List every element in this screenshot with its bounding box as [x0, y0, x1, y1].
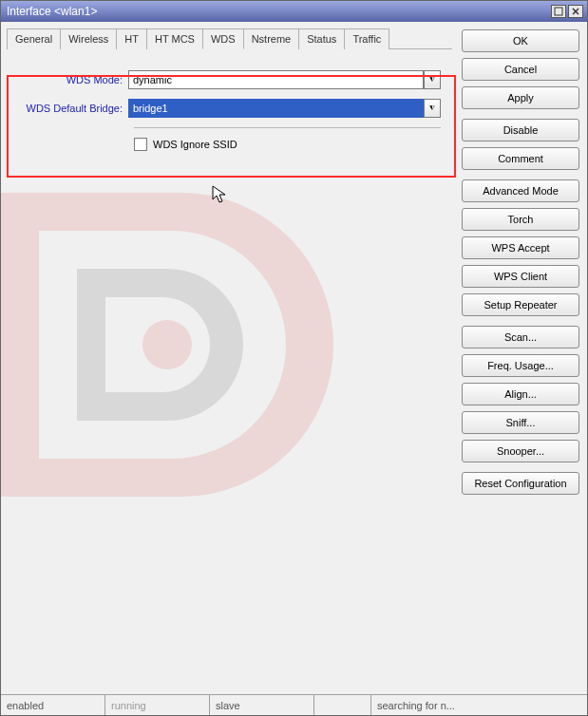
close-window-button[interactable]: [568, 5, 583, 18]
wds-bridge-combo[interactable]: ⧨: [128, 99, 441, 118]
tab-nstreme[interactable]: Nstreme: [243, 28, 300, 49]
comment-button[interactable]: Comment: [462, 147, 579, 170]
svg-rect-0: [555, 8, 562, 15]
tab-strip: General Wireless HT HT MCS WDS Nstreme S…: [1, 22, 458, 48]
snooper-button[interactable]: Snooper...: [462, 440, 579, 462]
wps-client-button[interactable]: WPS Client: [462, 265, 579, 288]
status-running: running: [105, 695, 210, 715]
sniff-button[interactable]: Sniff...: [462, 411, 579, 434]
tab-ht-mcs[interactable]: HT MCS: [146, 28, 203, 49]
cancel-button[interactable]: Cancel: [462, 58, 579, 81]
tab-traffic[interactable]: Traffic: [344, 28, 389, 49]
tab-wds[interactable]: WDS: [202, 28, 244, 49]
tab-wireless[interactable]: Wireless: [60, 28, 117, 49]
wds-bridge-dropdown-button[interactable]: ⧨: [424, 99, 441, 118]
chevron-down-icon: ⧨: [429, 76, 435, 84]
wds-mode-combo[interactable]: ⧨: [128, 70, 441, 89]
interface-window: Interface <wlan1> General Wireless HT HT…: [0, 0, 588, 716]
status-slave: slave: [210, 695, 314, 715]
reset-configuration-button[interactable]: Reset Configuration: [462, 472, 579, 495]
wps-accept-button[interactable]: WPS Accept: [462, 236, 579, 259]
separator-line: [134, 127, 441, 128]
wds-bridge-row: WDS Default Bridge: ⧨: [18, 99, 441, 118]
mouse-cursor-icon: [212, 185, 229, 204]
disable-button[interactable]: Disable: [462, 119, 579, 141]
wds-mode-dropdown-button[interactable]: ⧨: [424, 70, 441, 89]
apply-button[interactable]: Apply: [462, 86, 579, 109]
wds-ignore-checkbox[interactable]: [134, 138, 147, 151]
right-button-column: OK Cancel Apply Disable Comment Advanced…: [458, 22, 587, 694]
scan-button[interactable]: Scan...: [462, 326, 579, 349]
wds-bridge-label: WDS Default Bridge:: [18, 103, 128, 114]
wds-bridge-input[interactable]: [128, 99, 424, 118]
torch-button[interactable]: Torch: [462, 208, 579, 231]
ok-button[interactable]: OK: [462, 29, 579, 52]
wds-mode-row: WDS Mode: ⧨: [18, 70, 441, 89]
advanced-mode-button[interactable]: Advanced Mode: [462, 179, 579, 202]
wds-mode-input[interactable]: [128, 70, 424, 89]
status-enabled: enabled: [1, 695, 105, 715]
titlebar[interactable]: Interface <wlan1>: [1, 1, 587, 22]
status-empty: [314, 695, 371, 715]
minimize-window-button[interactable]: [551, 5, 566, 18]
align-button[interactable]: Align...: [462, 383, 579, 405]
setup-repeater-button[interactable]: Setup Repeater: [462, 293, 579, 316]
tab-ht[interactable]: HT: [116, 28, 147, 49]
wds-form: WDS Mode: ⧨ WDS Default Bridge: ⧨: [7, 57, 452, 164]
wds-mode-label: WDS Mode:: [18, 74, 128, 85]
window-title: Interface <wlan1>: [5, 5, 549, 18]
content-area: General Wireless HT HT MCS WDS Nstreme S…: [1, 22, 587, 694]
tab-general[interactable]: General: [7, 28, 61, 49]
left-column: General Wireless HT HT MCS WDS Nstreme S…: [1, 22, 458, 694]
status-searching: searching for n...: [371, 695, 587, 715]
wds-ignore-row: WDS Ignore SSID: [18, 138, 441, 151]
wds-ignore-label: WDS Ignore SSID: [153, 139, 237, 150]
freq-usage-button[interactable]: Freq. Usage...: [462, 354, 579, 377]
status-bar: enabled running slave searching for n...: [1, 694, 587, 715]
tab-status[interactable]: Status: [298, 28, 345, 49]
chevron-down-icon: ⧨: [429, 104, 435, 112]
